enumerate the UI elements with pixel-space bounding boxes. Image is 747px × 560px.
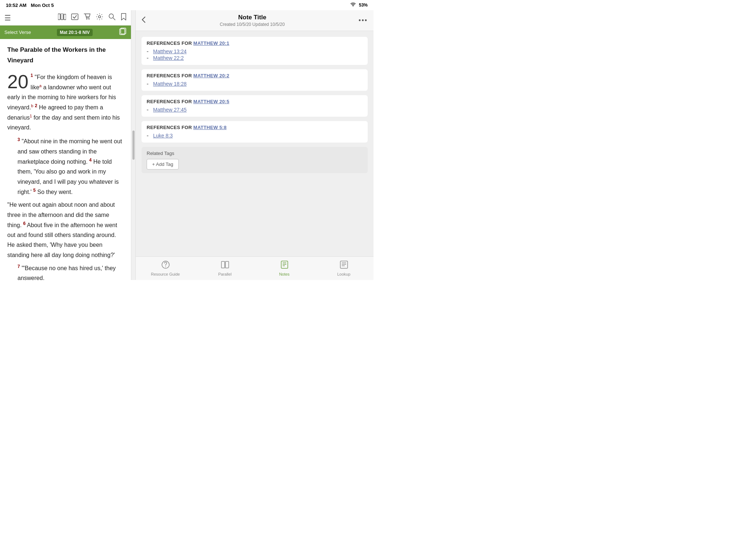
- svg-point-4: [86, 19, 88, 20]
- chapter-title: The Parable of the Workers in the Vineya…: [7, 45, 124, 66]
- verse-num-3: 3: [18, 137, 20, 142]
- notes-panel: Note Title Created 10/5/20 Updated 10/5/…: [136, 10, 374, 280]
- chapter-block: 20 1 "For the kingdom of heaven is likea…: [7, 72, 124, 132]
- related-tags-label: Related Tags: [147, 151, 363, 156]
- add-tag-button[interactable]: + Add Tag: [147, 159, 179, 170]
- scroll-divider: [131, 10, 136, 280]
- ref-link-matthew-13-24[interactable]: Matthew 13:24: [153, 48, 187, 54]
- tab-parallel[interactable]: Parallel: [195, 259, 255, 278]
- notes-tabs: Resource Guide Parallel Notes Lookup: [136, 256, 374, 280]
- ref-header-2: REFERENCES FOR MATTHEW 20:2: [147, 73, 363, 78]
- menu-icon[interactable]: ☰: [4, 13, 11, 22]
- notes-back-button[interactable]: [142, 16, 146, 25]
- verse-3-indent: 3 "About nine in the morning he went out…: [7, 136, 124, 197]
- svg-rect-0: [58, 14, 60, 20]
- check-icon[interactable]: [71, 13, 78, 22]
- ref-link-luke-8-3[interactable]: Luke 8:3: [153, 133, 173, 139]
- svg-point-12: [165, 267, 166, 267]
- ref-link-matthew-20-1[interactable]: MATTHEW 20:1: [193, 40, 229, 46]
- notes-icon: [280, 260, 289, 271]
- tab-lookup[interactable]: Lookup: [314, 259, 374, 278]
- time-display: 10:52 AM: [6, 3, 27, 8]
- tab-notes-label: Notes: [279, 272, 290, 276]
- verse-num-7: 7: [18, 264, 20, 269]
- lookup-icon: [340, 260, 348, 271]
- verse-num-4: 4: [89, 158, 92, 163]
- verse-num-2: 2: [35, 103, 38, 108]
- related-tags-block: Related Tags + Add Tag: [142, 147, 368, 173]
- verse-3-block: 3 "About nine in the morning he went out…: [7, 136, 124, 197]
- ref-header-4: REFERENCES FOR MATTHEW 5:8: [147, 125, 363, 130]
- footnote-b: b: [31, 104, 33, 108]
- resource-guide-icon: [161, 260, 170, 271]
- svg-point-5: [89, 19, 90, 20]
- footnote-1: 1: [30, 114, 32, 118]
- bible-content: The Parable of the Workers in the Vineya…: [0, 39, 131, 280]
- ref-link-matthew-22-2[interactable]: Matthew 22:2: [153, 55, 184, 61]
- ref-link-matthew-18-28[interactable]: Matthew 18:28: [153, 81, 187, 87]
- notes-header: Note Title Created 10/5/20 Updated 10/5/…: [136, 10, 374, 31]
- verse-7-block: 7 "'Because no one has hired us,' they a…: [7, 263, 124, 280]
- status-left: 10:52 AM Mon Oct 5: [6, 3, 54, 8]
- verse-badge[interactable]: Mat 20:1-8 NIV: [57, 29, 93, 36]
- bookmark-icon[interactable]: [121, 13, 127, 22]
- tab-resource-guide-label: Resource Guide: [151, 272, 180, 276]
- svg-rect-13: [221, 261, 225, 268]
- tab-lookup-label: Lookup: [337, 272, 350, 276]
- parallel-icon: [221, 260, 229, 271]
- tab-parallel-label: Parallel: [218, 272, 232, 276]
- reference-block-4: REFERENCES FOR MATTHEW 5:8 - Luke 8:3: [142, 121, 368, 143]
- svg-rect-2: [64, 14, 66, 20]
- reference-block-1: REFERENCES FOR MATTHEW 20:1 - Matthew 13…: [142, 37, 368, 65]
- verse-num-5: 5: [33, 188, 36, 193]
- tab-notes[interactable]: Notes: [255, 259, 314, 278]
- verse-6-block: "He went out again about noon and about …: [7, 200, 124, 260]
- battery-display: 53%: [359, 3, 368, 8]
- svg-rect-14: [225, 261, 229, 268]
- reference-block-3: REFERENCES FOR MATTHEW 20:5 - Matthew 27…: [142, 95, 368, 117]
- notes-content: REFERENCES FOR MATTHEW 20:1 - Matthew 13…: [136, 31, 374, 256]
- settings-icon[interactable]: [96, 13, 103, 22]
- wifi-icon: [350, 3, 356, 8]
- reference-block-2: REFERENCES FOR MATTHEW 20:2 - Matthew 18…: [142, 69, 368, 91]
- chapter-number: 20: [7, 73, 28, 90]
- date-display: Mon Oct 5: [31, 3, 54, 8]
- copy-icon[interactable]: [119, 28, 127, 37]
- ref-header-1: REFERENCES FOR MATTHEW 20:1: [147, 40, 363, 46]
- toolbar-right: [58, 13, 127, 22]
- toolbar: ☰: [0, 10, 131, 26]
- notes-more-button[interactable]: •••: [359, 17, 368, 24]
- ref-link-matthew-20-5[interactable]: MATTHEW 20:5: [193, 99, 229, 104]
- svg-rect-3: [71, 14, 78, 20]
- note-title: Note Title: [146, 14, 359, 21]
- notes-title-block: Note Title Created 10/5/20 Updated 10/5/…: [146, 14, 359, 27]
- main-container: ☰: [0, 10, 374, 280]
- toolbar-left: ☰: [4, 13, 11, 22]
- ref-header-3: REFERENCES FOR MATTHEW 20:5: [147, 99, 363, 104]
- bible-panel: ☰: [0, 10, 131, 280]
- scroll-handle[interactable]: [132, 131, 135, 160]
- svg-point-7: [109, 14, 113, 18]
- cart-icon[interactable]: [84, 13, 91, 22]
- status-bar: 10:52 AM Mon Oct 5 53%: [0, 0, 374, 10]
- svg-line-8: [113, 18, 115, 20]
- svg-rect-1: [61, 13, 63, 20]
- search-icon[interactable]: [108, 13, 116, 22]
- svg-point-6: [98, 16, 101, 18]
- svg-rect-19: [340, 261, 348, 268]
- ref-link-matthew-5-8[interactable]: MATTHEW 5:8: [193, 125, 227, 130]
- verse-7-indent: 7 "'Because no one has hired us,' they a…: [7, 263, 124, 280]
- footnote-a: a: [39, 83, 42, 88]
- verse-bar[interactable]: Select Verse Mat 20:1-8 NIV: [0, 26, 131, 39]
- verse-num-6: 6: [23, 221, 26, 226]
- svg-rect-15: [281, 261, 288, 268]
- tab-resource-guide[interactable]: Resource Guide: [136, 259, 195, 278]
- verse-num-1: 1: [31, 73, 33, 78]
- note-date: Created 10/5/20 Updated 10/5/20: [146, 22, 359, 27]
- status-right: 53%: [350, 3, 368, 8]
- ref-link-matthew-20-2[interactable]: MATTHEW 20:2: [193, 73, 229, 78]
- select-verse-label: Select Verse: [4, 30, 31, 35]
- books-icon[interactable]: [58, 13, 66, 22]
- ref-link-matthew-27-45[interactable]: Matthew 27:45: [153, 107, 187, 113]
